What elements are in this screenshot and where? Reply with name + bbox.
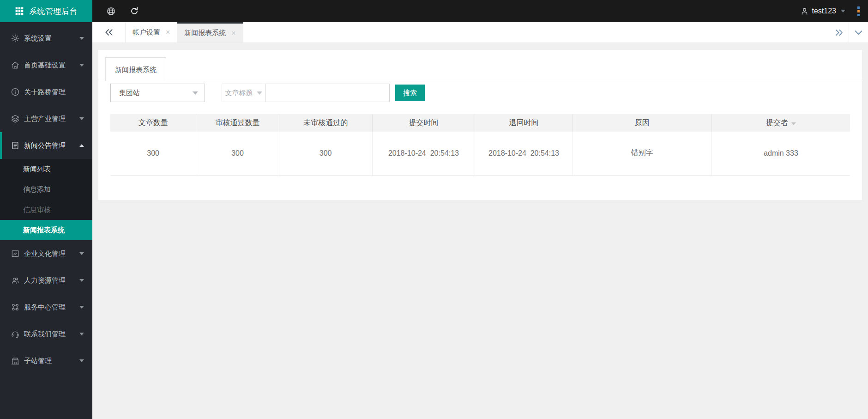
sidebar-nav: 系统设置 首页基础设置 关于路桥管理: [0, 22, 92, 419]
tab-label: 帐户设置: [133, 28, 160, 37]
user-menu[interactable]: test123: [800, 7, 845, 16]
table-row: 300 300 300 2018-10-24 20:54:13 2018-10-…: [110, 132, 850, 175]
sidebar-item-label: 子站管理: [24, 357, 79, 365]
col-header-reason: 原因: [573, 114, 711, 132]
sidebar-item-service-center[interactable]: 服务中心管理: [0, 294, 92, 321]
admin-app: 系统管理后台 系统设置 首页基础设置: [0, 0, 868, 419]
content-area: 新闻报表系统 集团站 文章标题 搜索: [92, 43, 868, 419]
sidebar-item-label: 系统设置: [24, 34, 79, 43]
sidebar-item-label: 企业文化管理: [24, 249, 79, 258]
news-submenu: 新闻列表 信息添加 信息审核 新闻报表系统: [0, 159, 92, 240]
sidebar-item-home-settings[interactable]: 首页基础设置: [0, 52, 92, 79]
tabs-scroll-right-button[interactable]: [829, 22, 849, 43]
people-icon: [11, 276, 20, 285]
sidebar-subitem-info-review[interactable]: 信息审核: [0, 200, 92, 220]
chevron-down-icon: [841, 10, 845, 12]
tabs-scroll-left-button[interactable]: [92, 22, 126, 43]
tabbar: 帐户设置 × 新闻报表系统 ×: [92, 22, 868, 43]
close-icon[interactable]: ×: [166, 29, 170, 36]
sidebar-item-label: 人力资源管理: [24, 276, 79, 285]
grid-logo-icon: [15, 6, 24, 16]
sidebar-subitem-news-report-system[interactable]: 新闻报表系统: [0, 220, 92, 240]
field-select[interactable]: 文章标题: [222, 84, 265, 102]
sidebar-item-label: 首页基础设置: [24, 61, 79, 70]
cell-unapproved-count: 300: [279, 132, 372, 175]
user-icon: [800, 7, 809, 16]
sidebar-item-hr[interactable]: 人力资源管理: [0, 267, 92, 294]
field-select-value: 文章标题: [225, 89, 253, 97]
tabs-collapse-button[interactable]: [849, 22, 868, 43]
cell-submitter: admin 333: [711, 132, 850, 175]
sidebar-item-industry[interactable]: 主营产业管理: [0, 105, 92, 132]
topbar: test123: [92, 0, 868, 22]
chevron-down-icon: [193, 91, 198, 95]
chevron-down-icon: [855, 30, 862, 35]
report-table: 文章数量 审核通过数量 未审核通过的 提交时间 退回时间 原因 提交者: [110, 114, 850, 176]
panel-tab-news-report[interactable]: 新闻报表系统: [105, 57, 166, 81]
cell-approved-count: 300: [196, 132, 279, 175]
double-chevron-left-icon: [104, 29, 114, 36]
double-chevron-right-icon: [835, 29, 844, 36]
chevron-down-icon: [257, 91, 262, 95]
col-header-unapproved-count: 未审核通过的: [279, 114, 372, 132]
chevron-down-icon: [79, 252, 84, 255]
subitem-label: 信息审核: [23, 206, 51, 214]
chevron-down-icon: [79, 37, 84, 40]
table-header-row: 文章数量 审核通过数量 未审核通过的 提交时间 退回时间 原因 提交者: [110, 114, 850, 132]
search-field-group: 文章标题: [222, 84, 390, 102]
filter-row: 集团站 文章标题 搜索: [110, 84, 862, 102]
news-document-icon: [11, 141, 20, 150]
sidebar-item-news-management[interactable]: 新闻公告管理: [0, 132, 92, 159]
subitem-label: 新闻列表: [23, 165, 51, 174]
sidebar-item-culture[interactable]: 企业文化管理: [0, 240, 92, 267]
sidebar-item-substation[interactable]: 子站管理: [0, 347, 92, 374]
cell-submit-time: 2018-10-24 20:54:13: [372, 132, 475, 175]
home-icon: [11, 61, 20, 70]
culture-frame-icon: [11, 249, 20, 258]
col-header-approved-count: 审核通过数量: [196, 114, 279, 132]
globe-icon[interactable]: [106, 6, 116, 16]
main-column: test123 帐户设置 × 新闻报表系统 ×: [92, 0, 868, 419]
headset-icon: [11, 329, 20, 339]
news-report-panel: 新闻报表系统 集团站 文章标题 搜索: [98, 50, 862, 200]
sidebar-item-system-settings[interactable]: 系统设置: [0, 25, 92, 52]
search-input[interactable]: [265, 84, 390, 102]
cell-article-count: 300: [110, 132, 196, 175]
search-button[interactable]: 搜索: [395, 85, 425, 101]
app-title: 系统管理后台: [29, 6, 78, 17]
topbar-right: test123: [800, 5, 868, 18]
sidebar-item-contact[interactable]: 联系我们管理: [0, 321, 92, 347]
chevron-down-icon: [79, 279, 84, 282]
sidebar-subitem-info-add[interactable]: 信息添加: [0, 179, 92, 200]
sidebar-item-label: 主营产业管理: [24, 115, 79, 123]
tab-label: 新闻报表系统: [184, 29, 226, 37]
chevron-down-icon: [79, 333, 84, 335]
username: test123: [812, 7, 836, 15]
chevron-down-icon: [79, 306, 84, 309]
col-header-return-time: 退回时间: [475, 114, 573, 132]
sidebar-item-label: 新闻公告管理: [24, 141, 79, 150]
tabbar-controls: [829, 22, 868, 43]
service-center-icon: [11, 303, 20, 312]
substation-icon: [11, 356, 20, 365]
cell-reason: 错别字: [573, 132, 711, 175]
sidebar-item-about[interactable]: 关于路桥管理: [0, 79, 92, 105]
chevron-down-icon: [79, 117, 84, 120]
sidebar: 系统管理后台 系统设置 首页基础设置: [0, 0, 92, 419]
col-header-submit-time: 提交时间: [372, 114, 475, 132]
app-logo[interactable]: 系统管理后台: [0, 0, 92, 22]
sidebar-subitem-news-list[interactable]: 新闻列表: [0, 159, 92, 179]
chevron-up-icon: [79, 144, 84, 147]
report-table-wrap: 文章数量 审核通过数量 未审核通过的 提交时间 退回时间 原因 提交者: [110, 114, 850, 176]
site-select[interactable]: 集团站: [110, 84, 205, 102]
info-icon: [11, 87, 20, 97]
sort-caret-icon: [791, 122, 796, 125]
refresh-icon[interactable]: [130, 6, 139, 16]
col-header-article-count: 文章数量: [110, 114, 196, 132]
tab-news-report-system[interactable]: 新闻报表系统 ×: [177, 22, 243, 43]
tab-account-settings[interactable]: 帐户设置 ×: [126, 22, 177, 43]
close-icon[interactable]: ×: [231, 30, 235, 37]
col-header-submitter[interactable]: 提交者: [711, 114, 850, 132]
kebab-menu-icon[interactable]: [856, 5, 862, 18]
layers-icon: [11, 114, 20, 123]
